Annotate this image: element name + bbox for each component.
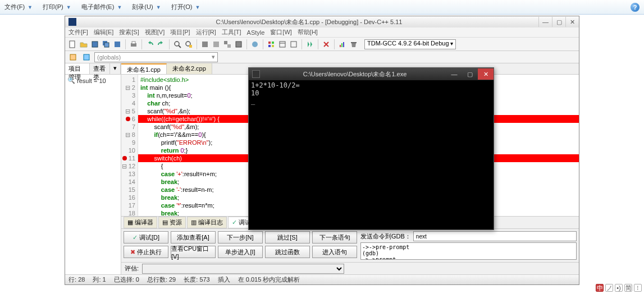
maximize-button[interactable]: ▢ [552, 17, 565, 27]
console-close[interactable]: ✕ [478, 68, 494, 80]
tab-compiler[interactable]: ▦编译器 [124, 217, 157, 228]
find-icon[interactable] [172, 39, 182, 49]
redo-icon[interactable] [156, 39, 166, 49]
stop-debug-icon[interactable] [321, 39, 331, 49]
step-over-button[interactable]: 跳过函数 [265, 246, 310, 258]
ide-menu-item[interactable]: 窗口[W] [270, 28, 292, 36]
debug-button[interactable]: ✓调试[D] [124, 231, 168, 244]
ide-menu-item[interactable]: 项目[P] [170, 28, 190, 36]
ime-lang-icon[interactable]: 中 [596, 284, 604, 292]
ime-simp-icon[interactable]: 简 [624, 284, 632, 292]
debug-icon[interactable] [250, 39, 260, 49]
resources-tab-icon: ▤ [162, 219, 168, 226]
console-minimize[interactable]: — [446, 68, 462, 80]
console-icon [252, 70, 260, 78]
skip-button[interactable]: 跳过[S] [265, 231, 310, 244]
eval-label: 评估: [125, 264, 139, 273]
stop-button[interactable]: ✖停止执行 [124, 246, 168, 258]
menu-print[interactable]: 打印(P) ▼ [43, 3, 71, 11]
compiler-select[interactable]: TDM-GCC 4.9.2 64-bit Debug ▾ [364, 39, 456, 49]
debug-start-icon[interactable] [305, 39, 315, 49]
console-maximize[interactable]: ▢ [462, 68, 478, 80]
help-icon[interactable]: ? [631, 3, 640, 12]
print-icon[interactable] [129, 39, 139, 49]
svg-rect-29 [84, 54, 89, 60]
tab-classes[interactable]: 查看类 [90, 63, 110, 74]
globals-dropdown[interactable]: (globals)▾ [94, 52, 218, 62]
console-titlebar[interactable]: C:\Users\lenovo\Desktop\未命名1.exe — ▢ ✕ [249, 68, 494, 80]
chart-icon[interactable] [337, 39, 348, 49]
compile-icon[interactable] [200, 39, 210, 49]
trash-icon[interactable] [349, 39, 359, 49]
new-class-icon[interactable] [67, 52, 79, 62]
outer-menu-bar: 文件(F) ▼ 打印(P) ▼ 电子邮件(E) ▼ 刻录(U) ▼ 打开(O) … [0, 0, 644, 15]
console-output[interactable]: 1+2*10-10/2= 10 _ [249, 80, 494, 229]
menu-email[interactable]: 电子邮件(E) ▼ [81, 3, 122, 11]
gdb-output[interactable]: ->->pre-prompt (gdb) ->->prompt [360, 242, 577, 260]
status-bar: 行: 28 列: 1 已选择: 0 总行数: 29 长度: 573 插入 在 0… [65, 274, 579, 284]
tab-compile-log[interactable]: ▥编译日志 [187, 217, 227, 228]
svg-rect-13 [224, 41, 227, 44]
menu-open[interactable]: 打开(O) ▼ [171, 3, 200, 11]
open-icon[interactable] [79, 39, 89, 49]
svg-rect-12 [213, 42, 219, 47]
ime-punct-icon[interactable]: •) [615, 284, 623, 292]
next-stmt-button[interactable]: 下一条语句 [312, 231, 357, 244]
ide-menu-item[interactable]: 视图[V] [145, 28, 165, 36]
into-stmt-button[interactable]: 进入语句 [312, 246, 357, 258]
minimize-button[interactable]: — [538, 17, 552, 27]
tab-dropdown[interactable]: ▾ [110, 63, 121, 74]
gdb-label: 发送命令到GDB： [360, 232, 411, 241]
undo-icon[interactable] [145, 39, 155, 49]
run-icon[interactable] [211, 39, 221, 49]
ide-menu-item[interactable]: 文件[F] [68, 28, 88, 36]
ide-titlebar[interactable]: C:\Users\lenovo\Desktop\未命名1.cpp - [Debu… [65, 16, 579, 27]
class-browser-icon[interactable] [81, 52, 92, 62]
menu-burn[interactable]: 刻录(U) ▼ [132, 3, 161, 11]
goto-icon[interactable] [277, 39, 287, 49]
svg-rect-6 [132, 42, 135, 44]
svg-rect-25 [341, 43, 342, 47]
tab-project[interactable]: 项目管理 [65, 63, 90, 74]
rebuild-icon[interactable] [234, 39, 244, 49]
svg-rect-0 [70, 41, 75, 48]
add-watch-button[interactable]: 添加查看[A] [171, 231, 216, 244]
file-tab[interactable]: 未命名1.cpp [121, 63, 167, 74]
bookmark-icon[interactable] [289, 39, 299, 49]
console-window[interactable]: C:\Users\lenovo\Desktop\未命名1.exe — ▢ ✕ 1… [248, 67, 494, 230]
cpu-window-button[interactable]: 查看CPU窗口[V] [171, 246, 216, 258]
svg-rect-26 [343, 42, 344, 47]
status-msg: 在 0.015 秒内完成解析 [238, 275, 300, 284]
save-icon[interactable] [90, 39, 100, 49]
watch-item[interactable]: 🔍 result = 10 [67, 77, 118, 84]
ide-menu-item[interactable]: 工具[T] [222, 28, 241, 36]
ime-menu-icon[interactable]: ⁝ [634, 284, 642, 292]
save-all-icon[interactable] [101, 39, 111, 49]
compile-run-icon[interactable] [222, 39, 232, 49]
ide-menu-item[interactable]: 搜索[S] [119, 28, 139, 36]
replace-icon[interactable] [184, 39, 194, 49]
ime-shape-icon[interactable]: ノ [605, 284, 613, 292]
gdb-input[interactable] [413, 231, 577, 241]
tab-resources[interactable]: ▤资源 [158, 217, 186, 228]
ide-menu-item[interactable]: 帮助[H] [298, 28, 318, 36]
next-step-button[interactable]: 下一步[N] [218, 231, 263, 244]
ime-tray: 中 ノ •) 简 ⁝ [596, 283, 642, 293]
svg-rect-15 [236, 42, 241, 47]
ide-menu-item[interactable]: AStyle [247, 29, 265, 36]
profile-icon[interactable] [266, 39, 276, 49]
log-tab-icon: ▥ [191, 219, 197, 226]
left-panel: 项目管理 查看类 ▾ 🔍 result = 10 [65, 63, 121, 274]
ide-menu-item[interactable]: 编辑[E] [94, 28, 113, 36]
step-into-button[interactable]: 单步进入[I] [218, 246, 263, 258]
file-tab[interactable]: 未命名2.cpp [167, 63, 212, 74]
menu-file[interactable]: 文件(F) ▼ [4, 3, 33, 11]
close-button[interactable]: ✕ [565, 17, 579, 27]
x-icon: ✖ [130, 249, 135, 256]
save-as-icon[interactable] [112, 39, 122, 49]
new-file-icon[interactable] [67, 39, 77, 49]
ide-menu-item[interactable]: 运行[R] [196, 28, 216, 36]
eval-select[interactable] [142, 264, 344, 274]
svg-point-16 [252, 42, 258, 47]
svg-rect-18 [272, 42, 274, 44]
